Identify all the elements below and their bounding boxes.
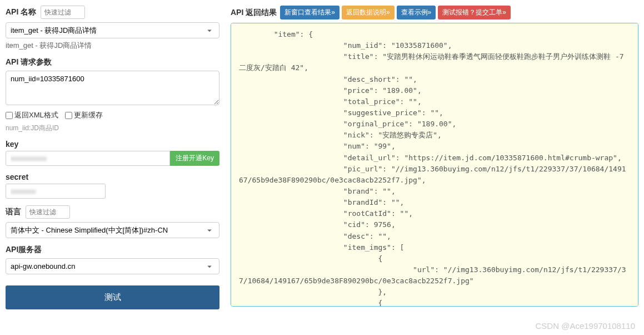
example-button[interactable]: 查看示例»: [397, 6, 436, 19]
data-desc-button[interactable]: 返回数据说明»: [342, 6, 395, 19]
lang-filter-input[interactable]: [26, 205, 70, 219]
request-params-label: API 请求参数: [6, 57, 219, 67]
api-name-label: API 名称: [6, 7, 36, 17]
register-key-button[interactable]: 注册开通Key: [170, 151, 219, 166]
api-filter-input[interactable]: [41, 6, 85, 19]
secret-label: secret: [6, 173, 219, 181]
lang-select[interactable]: 简体中文 - Chinese Simplified(中文[简体])#zh-CN: [6, 222, 219, 238]
api-select-subtext: item_get - 获得JD商品详情: [6, 41, 219, 51]
key-label: key: [6, 140, 219, 149]
right-panel: API 返回结果 新窗口查看结果» 返回数据说明» 查看示例» 测试报错？提交工…: [231, 6, 638, 309]
server-select[interactable]: api-gw.onebound.cn: [6, 258, 219, 274]
api-name-select[interactable]: item_get - 获得JD商品详情: [6, 22, 219, 38]
secret-input[interactable]: [6, 184, 106, 199]
report-button[interactable]: 测试报错？提交工单»: [438, 6, 511, 19]
result-output[interactable]: "item": { "num_iid": "10335871600", "tit…: [231, 23, 638, 307]
cache-checkbox[interactable]: [65, 112, 72, 119]
result-title: API 返回结果: [231, 8, 277, 18]
lang-label: 语言: [6, 207, 21, 217]
params-hint: num_iid:JD商品ID: [6, 124, 219, 133]
xml-checkbox-label[interactable]: 返回XML格式: [6, 110, 58, 120]
request-params-textarea[interactable]: [6, 71, 219, 105]
left-panel: API 名称 item_get - 获得JD商品详情 item_get - 获得…: [6, 6, 219, 309]
cache-checkbox-label[interactable]: 更新缓存: [65, 110, 103, 120]
new-window-button[interactable]: 新窗口查看结果»: [280, 6, 340, 19]
key-input[interactable]: [6, 151, 170, 166]
xml-checkbox[interactable]: [6, 112, 13, 119]
server-label: API服务器: [6, 245, 219, 255]
test-button[interactable]: 测试: [6, 285, 219, 309]
